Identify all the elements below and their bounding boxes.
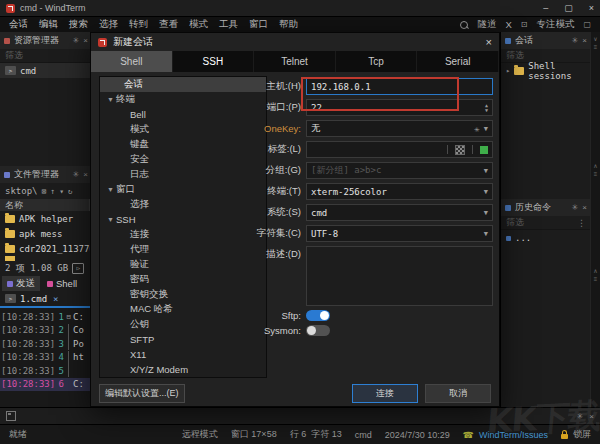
tab-tcp[interactable]: Tcp <box>336 51 418 72</box>
gear-icon[interactable]: ✳ <box>73 170 80 179</box>
sysmon-toggle[interactable] <box>306 325 330 336</box>
gear-icon[interactable]: ✳ <box>572 203 579 212</box>
close-icon[interactable]: × <box>83 170 88 179</box>
chevron-right-icon[interactable]: ▸ <box>506 67 510 75</box>
search-icon[interactable] <box>460 21 468 29</box>
explorer-filter-input[interactable]: 筛选 <box>0 49 92 63</box>
fold-icon[interactable]: ⊟ <box>66 313 70 321</box>
bottom-panel-header: ✳ × <box>0 407 600 424</box>
tab-ssh[interactable]: SSH <box>173 51 255 72</box>
tree-item-shell-sessions[interactable]: ▸ Shell sessions <box>501 63 591 79</box>
file-row[interactable]: cdr2021_113776 <box>0 241 92 256</box>
chevron-down-icon: ▼ <box>107 96 116 103</box>
menu-search[interactable]: 搜索 <box>69 18 88 31</box>
status-column[interactable]: 字符 13 <box>311 428 342 441</box>
file-row[interactable]: apk mess <box>0 226 92 241</box>
collapse-icon[interactable]: ∨ <box>593 35 597 42</box>
status-window-size[interactable]: 窗口 17×58 <box>231 428 277 441</box>
layout-icon[interactable]: ▢ <box>583 20 591 29</box>
name-column-header[interactable]: 名称 <box>0 199 92 211</box>
status-shell[interactable]: cmd <box>355 430 372 440</box>
status-ready: 就绪 <box>9 428 27 441</box>
menu-select[interactable]: 选择 <box>99 18 118 31</box>
history-item[interactable]: ... <box>501 230 591 246</box>
status-mode[interactable]: 远程模式 <box>182 428 218 441</box>
list-icon[interactable]: ≡ <box>594 44 598 50</box>
group-combobox[interactable]: [新分组] a>b>c ▼ <box>306 162 493 179</box>
onekey-select[interactable]: 无 ✳▼ <box>306 120 493 137</box>
tag-input[interactable] <box>306 141 493 158</box>
panel-icon[interactable] <box>6 411 16 421</box>
status-datetime[interactable]: 2024/7/30 10:29 <box>385 430 450 440</box>
description-textarea[interactable] <box>306 246 493 306</box>
color-swatch[interactable] <box>480 146 488 154</box>
kebab-menu-icon[interactable]: ⋮ <box>577 218 586 228</box>
terminal-log[interactable]: [10:28:33]1⊟C: [10:28:33]2Co [10:28:33]3… <box>0 308 92 408</box>
menu-tools[interactable]: 工具 <box>219 18 238 31</box>
tree-item-xyz-modem[interactable]: X/Y/Z Modem <box>100 362 266 377</box>
terminal-select[interactable]: xterm-256color ▼ <box>306 183 493 200</box>
folder-icon <box>514 67 524 75</box>
close-tab-icon[interactable]: × <box>53 294 58 304</box>
menu-mode[interactable]: 模式 <box>189 18 208 31</box>
gear-icon[interactable]: ✳ <box>572 36 579 45</box>
close-icon[interactable]: × <box>582 203 587 212</box>
gear-icon[interactable]: ✳ <box>73 36 80 45</box>
system-select[interactable]: cmd ▼ <box>306 204 493 221</box>
tab-serial[interactable]: Serial <box>417 51 499 72</box>
edit-defaults-button[interactable]: 编辑默认设置...(E) <box>99 384 185 403</box>
collapse-icon[interactable]: ∧ <box>593 162 597 169</box>
menu-view[interactable]: 查看 <box>159 18 178 31</box>
up-directory-icon[interactable]: ↑ <box>50 187 55 196</box>
lock-screen-button[interactable]: 锁屏 <box>573 428 591 441</box>
menu-edit[interactable]: 编辑 <box>39 18 58 31</box>
tree-item-x11[interactable]: X11 <box>100 347 266 362</box>
refresh-icon[interactable]: ↻ <box>68 187 73 196</box>
port-input[interactable]: 22 ▲▼ <box>306 99 493 116</box>
close-button[interactable]: × <box>589 3 594 13</box>
list-icon[interactable]: ≡ <box>594 171 598 177</box>
status-line[interactable]: 行 6 <box>290 428 307 441</box>
spinner-icons[interactable]: ▲▼ <box>485 103 488 112</box>
dialog-close-button[interactable]: × <box>486 36 492 48</box>
menu-window[interactable]: 窗口 <box>249 18 268 31</box>
minimize-button[interactable]: – <box>543 3 548 13</box>
maximize-button[interactable]: ▢ <box>564 3 573 13</box>
collapse-icon[interactable]: ∧ <box>593 267 597 274</box>
clear-path-icon[interactable]: ⊠ <box>42 187 47 196</box>
x-button[interactable]: X <box>505 19 511 30</box>
issues-link[interactable]: WindTerm/Issues <box>479 430 548 440</box>
host-input[interactable]: 192.168.0.1 <box>306 78 493 95</box>
menu-session[interactable]: 会话 <box>9 18 28 31</box>
chevron-down-icon[interactable]: ▾ <box>59 187 64 196</box>
list-icon[interactable]: ≡ <box>594 276 598 282</box>
terminal-line: [10:28:33]5 <box>0 364 92 378</box>
close-icon[interactable]: × <box>589 412 594 421</box>
transparency-icon[interactable] <box>455 145 465 155</box>
gear-icon[interactable]: ✳ <box>474 124 479 134</box>
chevron-down-icon: ▼ <box>107 216 116 223</box>
tab-shell[interactable]: Shell <box>42 276 82 291</box>
tab-shell[interactable]: Shell <box>91 51 173 72</box>
folder-icon <box>5 256 15 261</box>
tab-send[interactable]: 发送 <box>2 276 40 291</box>
connect-button[interactable]: 连接 <box>352 384 418 403</box>
editor-tab-1cmd[interactable]: > 1.cmd × <box>0 291 92 308</box>
history-filter-input[interactable]: 筛选 ⋮ <box>501 216 591 230</box>
close-icon[interactable]: × <box>83 36 88 45</box>
menu-help[interactable]: 帮助 <box>279 18 298 31</box>
menu-goto[interactable]: 转到 <box>129 18 148 31</box>
open-folder-icon[interactable]: ▷ <box>72 263 84 274</box>
explorer-item-cmd[interactable]: > cmd <box>0 63 92 78</box>
charset-select[interactable]: UTF-8 ▼ <box>306 225 493 242</box>
window-titlebar: cmd - WindTerm – ▢ × <box>0 0 600 17</box>
file-row[interactable]: APK helper <box>0 211 92 226</box>
file-path-bar[interactable]: sktop\ ⊠ ↑ ▾ ↻ <box>0 183 92 199</box>
cancel-button[interactable]: 取消 <box>425 384 491 403</box>
focus-mode-button[interactable]: 专注模式 <box>536 18 574 31</box>
tab-telnet[interactable]: Telnet <box>254 51 336 72</box>
sftp-toggle[interactable] <box>306 310 330 321</box>
close-icon[interactable]: × <box>582 36 587 45</box>
tunnel-button[interactable]: 隧道 <box>477 18 496 31</box>
gear-icon[interactable]: ✳ <box>577 412 584 421</box>
